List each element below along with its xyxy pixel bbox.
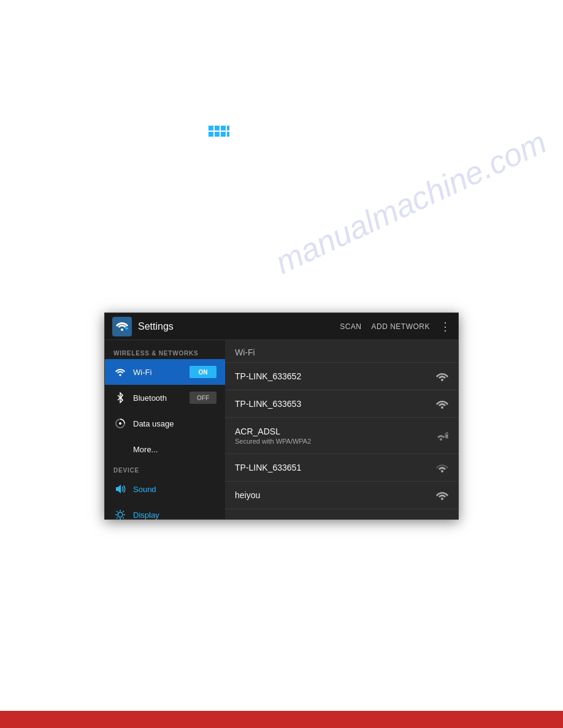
svg-line-20 [117,511,118,512]
display-icon [113,508,127,521]
svg-line-23 [117,517,118,518]
svg-point-30 [441,498,443,500]
svg-rect-28 [446,434,448,438]
wifi-label: Wi-Fi [133,368,190,377]
more-icon [113,442,127,456]
data-usage-label: Data usage [133,419,216,428]
sidebar-item-display[interactable]: Display [105,502,225,528]
network-info-1: TP-LINK_633652 [235,371,436,381]
bluetooth-icon [113,391,127,404]
wifi-toggle[interactable]: ON [190,366,216,378]
svg-point-26 [440,438,442,441]
grid-icon[interactable] [209,126,229,143]
svg-rect-4 [215,132,220,137]
svg-point-29 [441,470,443,472]
network-item-3[interactable]: ACR_ADSL Secured with WPA/WPA2 [225,418,458,454]
svg-point-13 [119,422,121,425]
network-item-2[interactable]: TP-LINK_633653 [225,390,458,418]
svg-rect-5 [221,132,226,137]
svg-point-24 [441,379,443,381]
settings-body: WIRELESS & NETWORKS Wi-Fi ON [105,340,458,519]
svg-marker-14 [116,485,121,493]
bottom-bar [0,711,563,728]
network-info-4: TP-LINK_633651 [235,463,436,472]
settings-app-icon [112,317,132,336]
title-bar: Settings SCAN ADD NETWORK ⋮ [105,313,458,340]
svg-rect-2 [221,126,226,131]
network-signal-5 [436,490,448,500]
bluetooth-label: Bluetooth [133,393,190,403]
network-name-3: ACR_ADSL [235,427,435,436]
svg-rect-7 [227,132,229,137]
network-security-3: Secured with WPA/WPA2 [235,438,435,445]
network-item-4[interactable]: TP-LINK_633651 [225,454,458,482]
svg-point-11 [119,374,121,376]
svg-rect-3 [209,132,213,137]
sound-label: Sound [133,485,216,494]
network-signal-2 [436,399,448,409]
svg-line-21 [123,517,124,518]
sidebar-item-more[interactable]: More... [105,436,225,462]
sound-icon [113,482,127,496]
network-name-2: TP-LINK_633653 [235,399,436,409]
network-info-5: heiyou [235,490,436,500]
more-label: More... [133,445,216,454]
svg-line-22 [123,511,124,512]
wifi-icon [113,365,127,379]
network-signal-1 [436,371,448,381]
svg-point-25 [441,406,443,409]
svg-rect-1 [215,126,220,131]
network-signal-3 [435,431,448,441]
device-header: DEVICE [105,462,225,476]
wifi-settings-icon [116,320,128,333]
network-signal-4 [436,463,448,472]
network-name-5: heiyou [235,490,436,500]
network-item-5[interactable]: heiyou [225,482,458,509]
watermark: manualmachine.com [270,123,552,281]
svg-point-15 [118,512,123,517]
network-info-3: ACR_ADSL Secured with WPA/WPA2 [235,427,435,445]
settings-title: Settings [138,321,340,332]
display-label: Display [133,510,216,520]
scan-button[interactable]: SCAN [340,322,361,331]
sidebar-item-sound[interactable]: Sound [105,476,225,502]
network-name-1: TP-LINK_633652 [235,371,436,381]
network-name-4: TP-LINK_633651 [235,463,436,472]
sidebar-item-wifi[interactable]: Wi-Fi ON [105,359,225,385]
add-network-button[interactable]: ADD NETWORK [372,322,431,331]
wireless-networks-header: WIRELESS & NETWORKS [105,345,225,359]
svg-point-8 [121,328,123,331]
sidebar: WIRELESS & NETWORKS Wi-Fi ON [105,340,225,519]
svg-rect-0 [209,126,213,131]
svg-rect-6 [227,126,229,131]
data-usage-icon [113,417,127,430]
wifi-section-header: Wi-Fi [225,340,458,362]
sidebar-item-bluetooth[interactable]: Bluetooth OFF [105,385,225,411]
network-item-1[interactable]: TP-LINK_633652 [225,363,458,390]
settings-window: Settings SCAN ADD NETWORK ⋮ WIRELESS & N… [104,313,459,520]
network-info-2: TP-LINK_633653 [235,399,436,409]
overflow-menu-button[interactable]: ⋮ [440,320,451,333]
grid-icon-svg [209,126,229,140]
bluetooth-toggle[interactable]: OFF [190,392,216,404]
content-area: Wi-Fi TP-LINK_633652 TP-LINK_6 [225,340,458,519]
sidebar-item-data-usage[interactable]: Data usage [105,411,225,436]
title-bar-actions: SCAN ADD NETWORK ⋮ [340,320,451,333]
svg-rect-10 [126,327,127,330]
